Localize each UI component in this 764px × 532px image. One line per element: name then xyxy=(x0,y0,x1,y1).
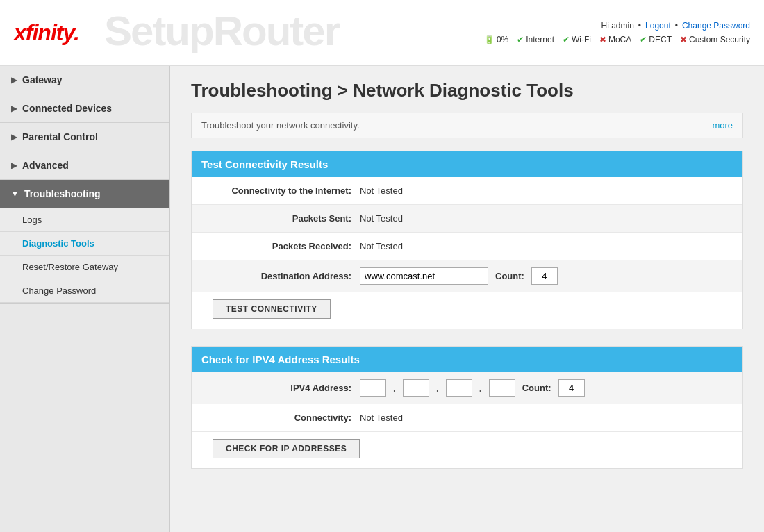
sidebar-section-main: ▶ Gateway ▶ Connected Devices ▶ Parental… xyxy=(0,66,169,304)
ipv4-connectivity-row: Connectivity: Not Tested xyxy=(192,404,742,432)
logout-link[interactable]: Logout xyxy=(645,21,671,31)
ipv4-connectivity-value: Not Tested xyxy=(360,413,403,423)
parental-control-label: Parental Control xyxy=(22,131,98,142)
sidebar-item-advanced[interactable]: ▶ Advanced xyxy=(0,151,169,180)
dect-icon: ✔ xyxy=(640,35,647,44)
header: xfinity. SetupRouter Hi admin • Logout •… xyxy=(0,0,764,66)
wifi-icon: ✔ xyxy=(563,35,570,44)
moca-label: MoCA xyxy=(608,35,631,44)
connectivity-internet-row: Connectivity to the Internet: Not Tested xyxy=(192,177,742,205)
diagnostic-tools-label: Diagnostic Tools xyxy=(22,238,94,249)
packets-sent-value: Not Tested xyxy=(360,213,403,224)
sidebar-item-connected-devices[interactable]: ▶ Connected Devices xyxy=(0,94,169,123)
status-custom-security: ✖ Custom Security xyxy=(680,35,750,44)
sidebar-subitem-change-password[interactable]: Change Password xyxy=(0,279,169,303)
packets-sent-label: Packets Sent: xyxy=(213,213,351,224)
connectivity-internet-value: Not Tested xyxy=(360,185,403,196)
sidebar-item-gateway[interactable]: ▶ Gateway xyxy=(0,66,169,94)
header-bg-text: SetupRouter xyxy=(104,7,339,55)
layout: ▶ Gateway ▶ Connected Devices ▶ Parental… xyxy=(0,66,764,532)
page-description-bar: Troubleshoot your network connectivity. … xyxy=(191,113,743,138)
header-user-row: Hi admin • Logout • Change Password xyxy=(601,21,750,31)
separator1: • xyxy=(638,21,641,31)
internet-icon: ✔ xyxy=(517,35,524,44)
ipv4-address-label: IPV4 Address: xyxy=(213,383,351,393)
sidebar: ▶ Gateway ▶ Connected Devices ▶ Parental… xyxy=(0,66,170,532)
ipv4-sep-2: . xyxy=(436,383,439,394)
ipv4-octet-2[interactable] xyxy=(403,379,429,397)
ipv4-check-body: IPV4 Address: . . . Count: Connectiv xyxy=(192,372,742,468)
custom-security-label: Custom Security xyxy=(689,35,750,44)
moca-icon: ✖ xyxy=(599,35,606,44)
test-connectivity-body: Connectivity to the Internet: Not Tested… xyxy=(192,177,742,329)
separator2: • xyxy=(675,21,678,31)
wifi-label: Wi-Fi xyxy=(572,35,591,44)
sidebar-item-parental-control[interactable]: ▶ Parental Control xyxy=(0,123,169,151)
header-right: Hi admin • Logout • Change Password 🔋 0%… xyxy=(484,21,750,44)
test-connectivity-header: Test Connectivity Results xyxy=(192,151,742,177)
ipv4-connectivity-label: Connectivity: xyxy=(213,413,351,423)
advanced-label: Advanced xyxy=(22,160,69,171)
ipv4-address-input-group: . . . Count: xyxy=(360,379,585,397)
destination-address-input-group: Count: xyxy=(360,267,558,285)
ipv4-check-section: Check for IPV4 Address Results IPV4 Addr… xyxy=(191,346,743,469)
gateway-label: Gateway xyxy=(22,74,63,85)
ipv4-check-header: Check for IPV4 Address Results xyxy=(192,347,742,372)
more-link[interactable]: more xyxy=(712,120,733,131)
logs-label: Logs xyxy=(22,215,42,225)
status-dect: ✔ DECT xyxy=(640,35,672,44)
header-status-row: 🔋 0% ✔ Internet ✔ Wi-Fi ✖ MoCA ✔ DECT ✖ … xyxy=(484,35,750,44)
logo-area: xfinity. xyxy=(14,20,79,46)
ipv4-sep-1: . xyxy=(393,383,396,394)
battery-icon: 🔋 xyxy=(484,35,495,44)
ipv4-action-row: CHECK FOR IP ADDRESSES xyxy=(192,432,742,468)
advanced-arrow: ▶ xyxy=(11,161,17,170)
status-wifi: ✔ Wi-Fi xyxy=(563,35,591,44)
sidebar-subitem-logs[interactable]: Logs xyxy=(0,208,169,232)
page-title: Troubleshooting > Network Diagnostic Too… xyxy=(191,80,743,101)
user-greeting: Hi admin xyxy=(601,21,633,31)
connectivity-internet-label: Connectivity to the Internet: xyxy=(213,185,351,196)
connected-devices-arrow: ▶ xyxy=(11,104,17,113)
check-ip-addresses-button[interactable]: CHECK FOR IP ADDRESSES xyxy=(213,439,360,458)
change-password-label: Change Password xyxy=(22,285,96,296)
ipv4-octet-1[interactable] xyxy=(360,379,386,397)
ipv4-count-label: Count: xyxy=(522,383,551,393)
ipv4-address-row: IPV4 Address: . . . Count: xyxy=(192,372,742,404)
reset-restore-label: Reset/Restore Gateway xyxy=(22,262,118,272)
status-internet: ✔ Internet xyxy=(517,35,554,44)
sidebar-item-troubleshooting[interactable]: ▼ Troubleshooting xyxy=(0,180,169,208)
change-password-link[interactable]: Change Password xyxy=(682,21,750,31)
dect-label: DECT xyxy=(649,35,672,44)
xfinity-logo: xfinity. xyxy=(14,20,79,46)
ipv4-octet-4[interactable] xyxy=(489,379,515,397)
packets-received-value: Not Tested xyxy=(360,241,403,251)
test-connectivity-button[interactable]: TEST CONNECTIVITY xyxy=(213,299,331,319)
status-battery: 🔋 0% xyxy=(484,35,508,44)
packets-received-label: Packets Received: xyxy=(213,241,351,251)
parental-control-arrow: ▶ xyxy=(11,133,17,142)
count-label: Count: xyxy=(495,271,524,281)
gateway-arrow: ▶ xyxy=(11,76,17,85)
destination-address-input[interactable] xyxy=(360,267,488,285)
packets-sent-row: Packets Sent: Not Tested xyxy=(192,205,742,233)
ipv4-count-input[interactable] xyxy=(558,379,585,397)
page-description-text: Troubleshoot your network connectivity. xyxy=(201,120,360,131)
custom-security-icon: ✖ xyxy=(680,35,687,44)
destination-address-row: Destination Address: Count: xyxy=(192,260,742,292)
sidebar-subitem-reset-restore[interactable]: Reset/Restore Gateway xyxy=(0,256,169,279)
internet-label: Internet xyxy=(526,35,554,44)
test-connectivity-action-row: TEST CONNECTIVITY xyxy=(192,292,742,329)
connected-devices-label: Connected Devices xyxy=(22,103,112,114)
troubleshooting-arrow: ▼ xyxy=(11,190,19,198)
ipv4-octet-3[interactable] xyxy=(446,379,472,397)
test-connectivity-section: Test Connectivity Results Connectivity t… xyxy=(191,151,743,329)
sidebar-subitem-diagnostic-tools[interactable]: Diagnostic Tools xyxy=(0,232,169,256)
main-content: Troubleshooting > Network Diagnostic Too… xyxy=(170,66,764,532)
packets-received-row: Packets Received: Not Tested xyxy=(192,233,742,260)
destination-address-label: Destination Address: xyxy=(213,271,351,281)
status-moca: ✖ MoCA xyxy=(599,35,631,44)
ipv4-sep-3: . xyxy=(479,383,482,394)
battery-label: 0% xyxy=(497,35,508,44)
count-input[interactable] xyxy=(531,267,558,285)
